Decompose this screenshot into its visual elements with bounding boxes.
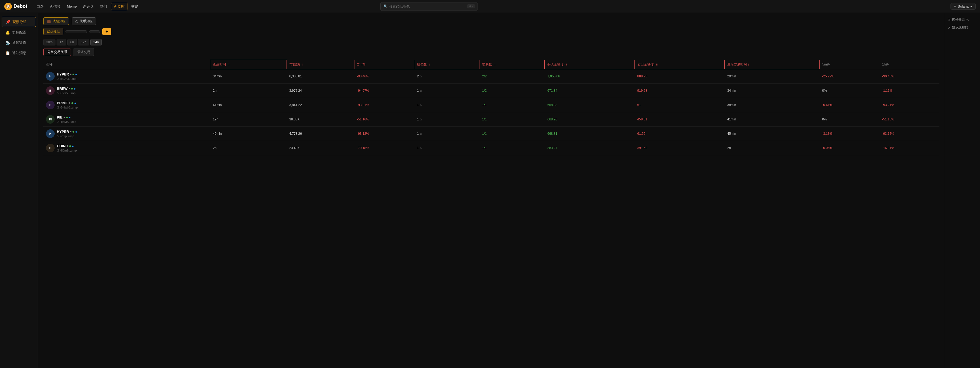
- col-mcap[interactable]: 市值($) ⇅: [286, 60, 354, 69]
- last-trade-1: 34min: [725, 84, 819, 98]
- col-last-trade[interactable]: 最后交易时间 ↓: [725, 60, 819, 69]
- addr-icon-0: ◎: [57, 77, 59, 80]
- wallet-group-tab[interactable]: 💼 钱包分组: [43, 18, 69, 25]
- table-row[interactable]: PI PIE ● ◎ 4jbMS..ump 19h 38.33K -51.16%: [43, 112, 939, 127]
- trades-0: 2/2: [479, 69, 545, 84]
- col-buy[interactable]: 买入金额($) ⇅: [545, 60, 635, 69]
- sell-5: 391.52: [635, 141, 724, 155]
- time-30m[interactable]: 30m: [43, 39, 56, 45]
- nav-item-AI监控[interactable]: AI监控: [111, 3, 127, 10]
- table-row[interactable]: H HYPER ● ◎ jcGm3..ump 34min 6,306.81 -9: [43, 69, 939, 84]
- solana-selector[interactable]: ≡ Solana ▾: [950, 3, 976, 10]
- created-3: 19h: [210, 112, 286, 127]
- change24h-1: -94.97%: [354, 84, 414, 98]
- change1h-3: -51.16%: [879, 112, 939, 127]
- active-dot-4: [73, 131, 74, 132]
- coin-name-5: COIN ●: [57, 144, 77, 148]
- col-1h[interactable]: 1h%: [879, 60, 939, 69]
- group-tag-2[interactable]: [65, 30, 87, 33]
- addr-icon-4: ◎: [57, 134, 59, 138]
- sell-2: 51: [635, 98, 724, 112]
- addr-icon-1: ◎: [57, 91, 59, 95]
- buy-1: 671.34: [545, 84, 635, 98]
- verified-icon-4: ●: [75, 130, 77, 134]
- sub-tab-group-trades[interactable]: 分组交易代币: [43, 48, 71, 56]
- change1h-2: -93.21%: [879, 98, 939, 112]
- header: 🐶 Debot 自选AI信号Meme新开盘热门AI监控交易 🔍 ⌘K ≡ Sol…: [0, 0, 980, 13]
- coin-avatar-2: P: [46, 101, 55, 109]
- change1h-5: -16.01%: [879, 141, 939, 155]
- right-panel: ⊞ 选择分组 ✎ ↗ 显示观察的: [945, 13, 980, 368]
- coin-name-2: PRIME ●: [57, 101, 78, 105]
- wallets-4: 1 ⧉: [414, 127, 479, 141]
- add-group-button[interactable]: +: [102, 28, 111, 35]
- coin-name-3: PIE ●: [57, 115, 76, 119]
- addr-icon-2: ◎: [57, 105, 59, 109]
- coin-name-0: HYPER ●: [57, 72, 77, 76]
- col-trades[interactable]: 交易数 ⇅: [479, 60, 545, 69]
- select-group-icon: ⊞: [948, 18, 950, 22]
- created-1: 2h: [210, 84, 286, 98]
- search-input[interactable]: [389, 5, 466, 8]
- select-group-btn[interactable]: ⊞ 选择分组 ✎: [945, 16, 980, 24]
- sidebar-item-0[interactable]: 📌 观察分组: [2, 17, 36, 27]
- mcap-3: 38.33K: [286, 112, 354, 127]
- col-sell[interactable]: 卖出金额($) ⇅: [635, 60, 724, 69]
- time-6h[interactable]: 6h: [67, 39, 77, 45]
- data-table: 币种 创建时间 ⇅ 市值($) ⇅ 24h% 钱包数 ⇅ 交易数 ⇅ 买入金额(…: [43, 60, 939, 155]
- wallet-group-label: 钱包分组: [52, 19, 65, 24]
- created-0: 34min: [210, 69, 286, 84]
- time-1h[interactable]: 1h: [57, 39, 66, 45]
- nav-item-交易[interactable]: 交易: [129, 3, 141, 10]
- wallet-icon-1: ⧉: [420, 89, 422, 92]
- wallet-icon-0: ⧉: [420, 75, 422, 78]
- table-row[interactable]: C COIN ● ◎ 6Qm9r..ump 2h 23.48K -70.18%: [43, 141, 939, 155]
- mcap-5: 23.48K: [286, 141, 354, 155]
- default-group-tag[interactable]: 默认分组: [43, 28, 63, 35]
- token-group-tab[interactable]: ◎ 代币分组: [72, 18, 96, 25]
- col-5m[interactable]: 5m%: [819, 60, 879, 69]
- coin-cell-3: PI PIE ● ◎ 4jbMS..ump: [43, 112, 210, 127]
- time-12h[interactable]: 12h: [78, 39, 89, 45]
- coin-cell-0: H HYPER ● ◎ jcGm3..ump: [43, 69, 210, 84]
- coin-info-1: BREW ● ◎ CfczV..ump: [57, 87, 76, 95]
- change1h-4: -93.12%: [879, 127, 939, 141]
- sidebar-item-1[interactable]: 🔔 监控配置: [2, 28, 36, 37]
- nav-item-Meme[interactable]: Meme: [64, 3, 79, 10]
- change5m-3: 0%: [819, 112, 879, 127]
- logo[interactable]: 🐶 Debot: [4, 3, 27, 10]
- change24h-2: -93.21%: [354, 98, 414, 112]
- header-right: ≡ Solana ▾: [950, 3, 976, 10]
- layout: 📌 观察分组🔔 监控配置📡 通知渠道📋 通知消息 💼 钱包分组 ◎ 代币分组 默…: [0, 13, 980, 368]
- nav-item-热门[interactable]: 热门: [97, 3, 110, 10]
- table-row[interactable]: B BREW ● ◎ CfczV..ump 2h 3,972.24 -94.97: [43, 84, 939, 98]
- col-wallets[interactable]: 钱包数 ⇅: [414, 60, 479, 69]
- group-tag-3[interactable]: [89, 30, 100, 33]
- table-row[interactable]: H HYPER ● ◎ iioYp..ump 49min 4,773.26 -9: [43, 127, 939, 141]
- sidebar: 📌 观察分组🔔 监控配置📡 通知渠道📋 通知消息: [0, 13, 38, 368]
- created-4: 49min: [210, 127, 286, 141]
- table-row[interactable]: P PRIME ● ◎ GNwb8..ump 41min 3,841.22 -9: [43, 98, 939, 112]
- show-watched-icon: ↗: [948, 26, 950, 30]
- sidebar-item-2[interactable]: 📡 通知渠道: [2, 38, 36, 48]
- nav-item-新开盘[interactable]: 新开盘: [80, 3, 96, 10]
- show-watched-btn[interactable]: ↗ 显示观察的: [945, 24, 980, 31]
- sub-tab-recent-trades[interactable]: 最近交易: [73, 48, 94, 56]
- active-dot-1: [71, 88, 73, 89]
- sidebar-item-3[interactable]: 📋 通知消息: [2, 48, 36, 58]
- coin-cell-4: H HYPER ● ◎ iioYp..ump: [43, 127, 210, 141]
- coin-avatar-3: PI: [46, 115, 55, 124]
- time-24h[interactable]: 24h: [91, 39, 102, 45]
- col-coin[interactable]: 币种: [43, 60, 210, 69]
- nav-item-自选[interactable]: 自选: [34, 3, 46, 10]
- change5m-4: -3.13%: [819, 127, 879, 141]
- col-24h[interactable]: 24h%: [354, 60, 414, 69]
- trades-5: 1/1: [479, 141, 545, 155]
- trades-1: 1/2: [479, 84, 545, 98]
- last-trade-5: 2h: [725, 141, 819, 155]
- show-watched-label: 显示观察的: [952, 25, 968, 30]
- col-created[interactable]: 创建时间 ⇅: [210, 60, 286, 69]
- mcap-1: 3,972.24: [286, 84, 354, 98]
- nav-item-AI信号[interactable]: AI信号: [47, 3, 63, 10]
- coin-addr-3: ◎ 4jbMS..ump: [57, 120, 76, 123]
